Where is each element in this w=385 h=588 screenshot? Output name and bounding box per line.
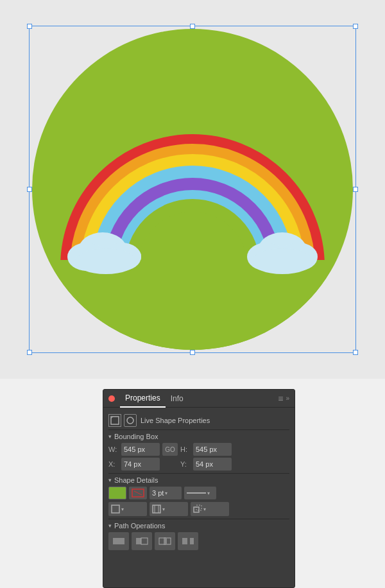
svg-point-12 <box>75 248 137 274</box>
bounding-box-section-label: ▾ Bounding Box <box>108 433 289 440</box>
svg-rect-23 <box>112 505 119 513</box>
stroke-size-dropdown[interactable]: 3 pt ▾ <box>150 487 182 499</box>
path-exclude-button[interactable] <box>178 532 198 550</box>
path-unite-button[interactable] <box>108 532 129 550</box>
svg-rect-33 <box>141 538 148 544</box>
handle-top-center[interactable] <box>190 24 195 29</box>
handle-middle-left[interactable] <box>27 187 32 192</box>
stroke-icon[interactable] <box>129 487 147 499</box>
svg-rect-24 <box>153 505 160 513</box>
chevron-path-icon: ▾ <box>108 523 112 529</box>
handle-bottom-right[interactable] <box>353 350 358 355</box>
caret-align-icon: ▾ <box>162 506 165 512</box>
w-label: W: <box>108 445 119 453</box>
handle-bottom-center[interactable] <box>190 350 195 355</box>
live-shape-label: Live Shape Properties <box>141 417 210 424</box>
path-ops-section-label: ▾ Path Operations <box>108 522 289 530</box>
rainbow-svg <box>32 29 353 350</box>
y-input[interactable] <box>193 458 232 471</box>
h-input[interactable] <box>193 443 232 456</box>
svg-rect-8 <box>32 260 353 350</box>
link-proportions-button[interactable]: GO <box>162 443 178 456</box>
stroke-line-dropdown[interactable]: ▾ <box>184 487 216 499</box>
properties-panel: Properties Info ≡ » Live Shape Prop <box>103 389 295 588</box>
wh-field-row: W: GO H: <box>108 443 289 456</box>
svg-rect-31 <box>113 538 124 544</box>
shape-details-row: 3 pt ▾ ▾ <box>108 487 289 499</box>
divider-1 <box>108 473 289 474</box>
tab-info[interactable]: Info <box>166 390 189 408</box>
close-button[interactable] <box>108 395 115 402</box>
live-shape-row: Live Shape Properties <box>108 411 289 430</box>
x-input[interactable] <box>121 458 160 471</box>
shape-details-section-label: ▾ Shape Details <box>108 476 289 484</box>
corners-dropdown[interactable]: ▾ <box>108 502 147 516</box>
tab-properties[interactable]: Properties <box>120 390 166 408</box>
handle-bottom-left[interactable] <box>27 350 32 355</box>
caret-icon: ▾ <box>165 490 167 496</box>
svg-rect-36 <box>164 538 167 544</box>
shape-icon-circle <box>124 414 137 427</box>
fill-color-swatch[interactable] <box>108 487 126 499</box>
chevron-icon: ▾ <box>108 433 112 440</box>
path-ops-row <box>108 532 289 550</box>
shape-icon-box <box>108 414 121 427</box>
caret-corners-icon: ▾ <box>121 506 124 512</box>
panel-header: Properties Info ≡ » <box>103 390 295 408</box>
caret-line-icon: ▾ <box>207 490 210 496</box>
y-label: Y: <box>180 460 191 468</box>
path-minus-front-button[interactable] <box>132 532 152 550</box>
chevron-shape-icon: ▾ <box>108 477 112 483</box>
panel-body: Live Shape Properties ▾ Bounding Box W: … <box>103 408 295 554</box>
transform-dropdown[interactable]: ▾ <box>191 502 229 516</box>
svg-point-19 <box>127 417 133 424</box>
panel-tabs: Properties Info <box>120 390 278 408</box>
caret-transform-icon: ▾ <box>203 506 206 512</box>
handle-top-left[interactable] <box>27 24 32 29</box>
divider-2 <box>108 519 289 519</box>
xy-field-row: X: Y: <box>108 458 289 471</box>
x-label: X: <box>108 460 119 468</box>
svg-point-16 <box>252 248 313 274</box>
handle-middle-right[interactable] <box>353 187 358 192</box>
align-dropdown[interactable]: ▾ <box>150 502 188 516</box>
controls-row: ▾ ▾ ▾ <box>108 502 289 516</box>
svg-line-21 <box>134 491 142 495</box>
h-label: H: <box>180 445 191 453</box>
canvas-area <box>0 0 385 379</box>
w-input[interactable] <box>121 443 160 456</box>
svg-rect-39 <box>187 538 190 544</box>
panel-menu-icon[interactable]: ≡ <box>278 393 283 404</box>
circle-icon[interactable] <box>32 29 353 350</box>
path-intersect-button[interactable] <box>155 532 175 550</box>
expand-icon[interactable]: » <box>286 395 289 402</box>
handle-top-right[interactable] <box>353 24 358 29</box>
